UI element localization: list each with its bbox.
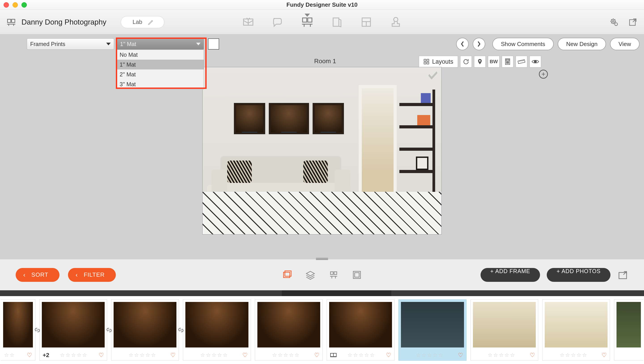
favorite-heart-icon[interactable]: ♡ [458,352,463,359]
favorite-heart-icon[interactable]: ♡ [386,352,391,359]
room-preview[interactable]: 20x30 45x30 20x30 [202,67,442,234]
rating-stars[interactable]: ☆☆☆☆☆ [560,352,588,358]
pin-tool[interactable] [474,56,486,68]
thumbnail-card-selected[interactable]: 1 ☆☆☆☆☆ ♡ [398,300,466,361]
mat-size-options: No Mat 1'' Mat 2'' Mat 3'' Mat [117,50,204,89]
eye-tool[interactable] [530,56,541,68]
filter-button[interactable]: ‹ FILTER [68,268,116,282]
thumbnail-card[interactable]: ☆☆☆☆☆ ♡ [542,300,610,361]
next-design-button[interactable] [473,38,485,50]
svg-point-6 [394,18,398,22]
svg-point-22 [507,63,508,64]
rating-stars[interactable]: ☆☆☆☆☆ [60,352,88,358]
album-mode-icon[interactable] [242,16,255,28]
thumbnail-image [257,302,320,348]
expand-panel-icon[interactable] [617,269,628,280]
svg-point-25 [534,60,536,63]
thumbnail-card[interactable]: ☆☆ ♡ [1,300,35,361]
rating-stars[interactable]: ☆☆☆☆☆ [272,352,300,358]
svg-rect-14 [427,62,429,64]
mat-option-2-inch[interactable]: 2'' Mat [117,70,204,79]
app-logo-icon[interactable] [6,17,16,27]
wall-art-mode-icon[interactable] [301,16,314,28]
favorite-heart-icon[interactable]: ♡ [27,352,32,359]
stamp-mode-icon[interactable] [389,16,402,28]
thumbnail-card[interactable] [614,300,643,361]
rating-stars[interactable]: ☆☆☆☆☆ [416,352,444,358]
thumbnail-card[interactable]: ☆☆☆☆☆ ♡ [183,300,251,361]
layouts-button[interactable]: Layouts [419,56,458,68]
thumbnail-card[interactable]: ☆☆☆☆☆ ♡ [471,300,538,361]
rooms-view-icon[interactable] [329,270,339,280]
prev-design-button[interactable] [456,38,469,50]
favorite-heart-icon[interactable]: ♡ [314,352,319,359]
add-frame-button[interactable]: + ADD FRAME [481,268,540,282]
svg-point-15 [479,60,481,62]
panel-drag-handle[interactable] [316,258,328,260]
cards-mode-icon[interactable] [330,16,343,28]
project-name: Danny Dong Photography [22,18,106,26]
main-toolbar: Danny Dong Photography Lab [0,10,644,34]
ruler-tool[interactable] [516,56,527,68]
photos-view-icon[interactable] [282,270,292,280]
settings-gear-icon[interactable] [609,17,619,27]
thumbnail-image [42,302,105,348]
mat-size-dropdown[interactable]: 1'' Mat [117,38,204,50]
mat-option-1-inch[interactable]: 1'' Mat [117,60,204,70]
calculator-tool[interactable] [502,56,513,68]
mat-color-swatch[interactable] [208,38,219,50]
svg-point-23 [508,63,509,64]
svg-rect-11 [424,59,426,61]
link-icon [105,326,113,334]
maximize-window-button[interactable] [22,2,27,8]
rating-stars[interactable]: ☆☆ [4,352,15,358]
approve-check-icon[interactable] [428,71,437,80]
view-button[interactable]: View [610,38,639,50]
favorite-heart-icon[interactable]: ♡ [601,352,607,359]
favorite-heart-icon[interactable]: ♡ [242,352,248,359]
lab-button[interactable]: Lab [121,16,164,28]
thumb-tab-strip[interactable] [0,290,644,296]
wall-print-1[interactable]: 20x30 [234,103,265,134]
frames-view-icon[interactable] [352,270,362,280]
svg-rect-13 [424,62,426,64]
thumbnail-card[interactable]: 1 ☆☆☆☆☆ ♡ [255,300,323,361]
rating-stars[interactable]: ☆☆☆☆☆ [347,352,375,358]
bw-tool[interactable]: BW [488,56,500,68]
favorite-heart-icon[interactable]: ♡ [170,352,175,359]
thumbnail-card[interactable]: +2 ☆☆☆☆☆ ♡ [39,300,107,361]
rating-stars[interactable]: ☆☆☆☆☆ [129,352,156,358]
svg-rect-1 [12,19,15,22]
add-photos-button[interactable]: + ADD PHOTOS [547,268,610,282]
rating-stars[interactable]: ☆☆☆☆☆ [488,352,516,358]
link-icon [177,326,185,334]
favorite-heart-icon[interactable]: ♡ [530,352,535,359]
wall-print-3[interactable]: 20x30 [313,103,344,134]
rating-stars[interactable]: ☆☆☆☆☆ [200,352,228,358]
layers-view-icon[interactable] [305,270,315,280]
thumbnail-card[interactable]: 1 ☆☆☆☆☆ ♡ [111,300,179,361]
external-link-icon[interactable] [628,17,638,27]
layouts-label: Layouts [432,58,453,65]
sort-button[interactable]: ‹ SORT [16,268,60,282]
thumbnail-strip[interactable]: ☆☆ ♡ +2 ☆☆☆☆☆ ♡ 1 ☆☆☆☆☆ ♡ ☆☆☆☆☆ ♡ [0,296,644,364]
minimize-window-button[interactable] [13,2,18,8]
layout-mode-icon[interactable] [360,16,372,28]
close-window-button[interactable] [4,2,9,8]
thumbnail-image [401,302,464,348]
room-doorway [359,85,397,197]
new-design-button[interactable]: New Design [558,38,606,50]
add-item-button[interactable]: + [539,70,548,78]
wall-prints-group[interactable]: 20x30 45x30 20x30 [234,103,344,134]
thumbnail-card[interactable]: ☆☆☆☆☆ ♡ [327,300,394,361]
product-type-dropdown[interactable]: Framed Prints [27,38,114,50]
design-canvas-area: xxRoom 1 Layouts BW + 20x30 45x30 20x30 [0,54,644,259]
rotate-tool[interactable] [460,56,472,68]
wall-print-2[interactable]: 45x30 [269,103,309,134]
show-comments-button[interactable]: Show Comments [492,38,554,50]
mat-option-3-inch[interactable]: 3'' Mat [117,79,204,89]
chat-mode-icon[interactable] [272,16,284,28]
svg-rect-3 [308,18,312,22]
mat-option-no-mat[interactable]: No Mat [117,50,204,60]
favorite-heart-icon[interactable]: ♡ [99,352,104,359]
